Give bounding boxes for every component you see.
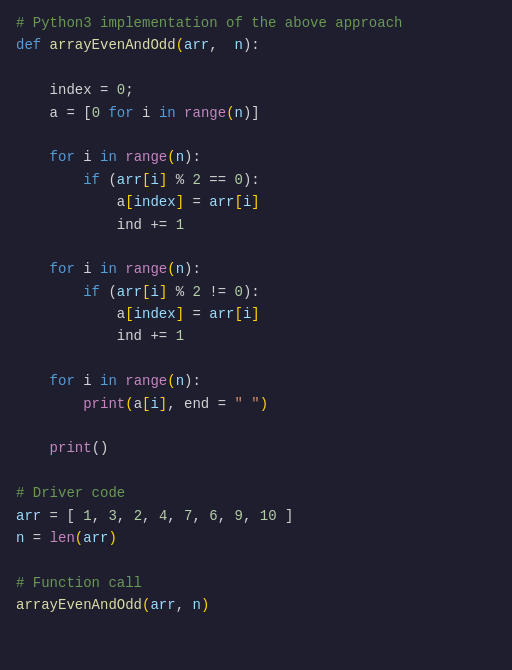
code-line: arrayEvenAndOdd(arr, n) [16, 594, 496, 616]
code-token: ): [184, 370, 201, 392]
code-token: % [167, 281, 192, 303]
code-token: ): [243, 34, 260, 56]
code-token: ; [125, 79, 133, 101]
code-token: 4 [159, 505, 167, 527]
code-token: += [150, 325, 167, 347]
code-token: n [235, 102, 243, 124]
code-token: ): [243, 281, 260, 303]
code-token: = [33, 527, 50, 549]
code-token: = [ [50, 505, 75, 527]
code-token: ind [16, 325, 150, 347]
code-token: ( [142, 594, 150, 616]
code-token: [ [125, 191, 133, 213]
code-token: 7 [184, 505, 192, 527]
code-token: range [125, 146, 167, 168]
code-token: for [50, 258, 75, 280]
code-line: # Driver code [16, 482, 496, 504]
code-token: ) [108, 527, 116, 549]
code-line [16, 415, 496, 437]
code-token: i [75, 370, 100, 392]
code-token: ( [226, 102, 234, 124]
code-token: " " [234, 393, 259, 415]
code-token: 2 [134, 505, 142, 527]
code-token: a [134, 393, 142, 415]
code-token: , [209, 34, 234, 56]
code-token: , [92, 505, 109, 527]
code-token: i [243, 191, 251, 213]
code-token: = [100, 79, 108, 101]
code-token: index [134, 303, 176, 325]
code-token [100, 102, 108, 124]
code-token: for [50, 370, 75, 392]
code-editor: # Python3 implementation of the above ap… [0, 0, 512, 629]
code-token: in [159, 102, 176, 124]
code-token [167, 214, 175, 236]
code-token: i [150, 169, 158, 191]
code-token: ] [277, 505, 294, 527]
code-token: ): [184, 146, 201, 168]
code-token: 0 [235, 169, 243, 191]
code-line: a[index] = arr[i] [16, 303, 496, 325]
code-line [16, 124, 496, 146]
code-token: i [243, 303, 251, 325]
code-token: ] [251, 303, 259, 325]
code-token: , [176, 594, 193, 616]
code-token: arr [209, 303, 234, 325]
code-token: += [150, 214, 167, 236]
code-token: ] [251, 191, 259, 213]
code-token: 0 [235, 281, 243, 303]
code-token: index [16, 79, 100, 101]
code-token: arrayEvenAndOdd [16, 594, 142, 616]
code-token: n [234, 34, 242, 56]
code-token: [ [142, 393, 150, 415]
code-token: in [100, 258, 117, 280]
code-token: n [192, 594, 200, 616]
code-token: ( [176, 34, 184, 56]
code-token [117, 258, 125, 280]
code-token: != [201, 281, 235, 303]
code-token: i [150, 393, 158, 415]
code-token [16, 437, 50, 459]
code-token: arr [150, 594, 175, 616]
code-line: ind += 1 [16, 214, 496, 236]
code-token: 10 [260, 505, 277, 527]
code-token: ( [167, 146, 175, 168]
code-token: in [100, 370, 117, 392]
code-line: for i in range(n): [16, 258, 496, 280]
code-token: n [16, 527, 33, 549]
code-line [16, 348, 496, 370]
code-line: ind += 1 [16, 325, 496, 347]
code-token: [ [75, 102, 92, 124]
code-token: ) [201, 594, 209, 616]
code-token: , [193, 505, 210, 527]
code-line: a[index] = arr[i] [16, 191, 496, 213]
code-token: == [201, 169, 235, 191]
code-token: arr [117, 169, 142, 191]
code-token: # Driver code [16, 482, 125, 504]
code-token: arrayEvenAndOdd [50, 34, 176, 56]
code-token: , [243, 505, 260, 527]
code-token: ): [243, 169, 260, 191]
code-token [16, 258, 50, 280]
code-token: n [176, 258, 184, 280]
code-token: if [83, 169, 100, 191]
code-token: print [83, 393, 125, 415]
code-token: index [134, 191, 176, 213]
code-token [16, 169, 83, 191]
code-token: for [108, 102, 133, 124]
code-token: 0 [92, 102, 100, 124]
code-line: print() [16, 437, 496, 459]
code-token: () [92, 437, 109, 459]
code-token: arr [117, 281, 142, 303]
code-line: for i in range(n): [16, 370, 496, 392]
code-line: # Python3 implementation of the above ap… [16, 12, 496, 34]
code-token: ( [167, 258, 175, 280]
code-token: , [218, 505, 235, 527]
code-token: ] [159, 281, 167, 303]
code-token [117, 370, 125, 392]
code-token: arr [209, 191, 234, 213]
code-token: )] [243, 102, 260, 124]
code-token: arr [16, 505, 50, 527]
code-token: a [16, 191, 125, 213]
code-token: 1 [176, 214, 184, 236]
